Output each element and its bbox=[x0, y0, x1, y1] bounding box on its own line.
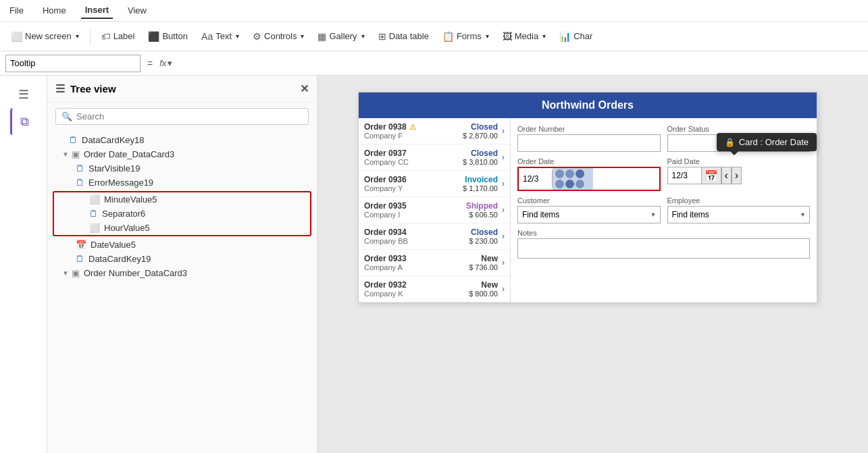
tree-item-starvisible19[interactable]: 🗒 StarVisible19 bbox=[47, 161, 317, 176]
tree-item-ordernumber-datacard3[interactable]: ▼ ▣ Order Number_DataCard3 bbox=[47, 266, 317, 280]
chevron-gallery-icon: ▾ bbox=[361, 32, 365, 40]
order-row-0934[interactable]: Order 0934 Company BB Closed $ 230.00 › bbox=[359, 223, 510, 250]
order-company-0936: Company Y bbox=[364, 184, 463, 192]
tree-item-datacardkey19[interactable]: 🗒 DataCardKey19 bbox=[47, 252, 317, 266]
chevron-text-icon: ▾ bbox=[236, 32, 239, 40]
chevron-media-icon: ▾ bbox=[542, 32, 546, 40]
paid-date-picker-btn[interactable]: 📅 bbox=[701, 167, 721, 184]
sidebar-layers[interactable]: ⧉ bbox=[10, 108, 37, 135]
status-0933: New bbox=[469, 254, 498, 263]
order-row-0935[interactable]: Order 0935 Company I Shipped $ 606.50 › bbox=[359, 197, 510, 223]
tree-panel: ☰ Tree view ✕ 🔍 🗒 DataCardKey18 ▼ ▣ Orde… bbox=[47, 76, 317, 453]
order-row-0932[interactable]: Order 0932 Company K New $ 800.00 › bbox=[359, 276, 510, 302]
search-input[interactable] bbox=[76, 111, 303, 122]
order-date-label: Order Date bbox=[517, 157, 661, 165]
order-date-input[interactable] bbox=[519, 170, 553, 188]
customer-select[interactable]: Find items bbox=[517, 206, 661, 223]
sidebar-hamburger[interactable]: ☰ bbox=[10, 81, 37, 108]
menu-insert[interactable]: Insert bbox=[81, 2, 113, 19]
order-row-0937[interactable]: Order 0937 Company CC Closed $ 3,810.00 … bbox=[359, 144, 510, 171]
order-company-0933: Company A bbox=[364, 263, 469, 271]
canvas-area: Northwind Orders Order 0938 ⚠ Company F bbox=[317, 76, 868, 453]
gallery-icon: ▦ bbox=[317, 31, 326, 42]
tree-item-datevalue5[interactable]: 📅 DateValue5 bbox=[47, 238, 317, 252]
notes-textarea[interactable] bbox=[517, 238, 810, 259]
media-button[interactable]: 🖼 Media ▾ bbox=[497, 28, 551, 45]
customer-label: Customer bbox=[517, 196, 661, 205]
order-company-0932: Company K bbox=[364, 290, 469, 298]
fx-button[interactable]: fx ▾ bbox=[159, 58, 172, 68]
tooltip-card: 🔒 Card : Order Date bbox=[717, 133, 817, 151]
tree-item-separator6[interactable]: 🗒 Separator6 bbox=[54, 207, 310, 221]
controls-button[interactable]: ⚙ Controls ▾ bbox=[247, 28, 309, 45]
paid-date-nav-btn[interactable]: ‹ bbox=[721, 167, 732, 184]
chart-button[interactable]: 📊 Char bbox=[554, 28, 598, 45]
employee-select[interactable]: Find items bbox=[667, 206, 811, 223]
card-icon: 🗒 bbox=[69, 135, 78, 145]
northwind-card: Northwind Orders Order 0938 ⚠ Company F bbox=[358, 92, 817, 303]
paid-date-label: Paid Date bbox=[667, 157, 811, 165]
search-icon: 🔍 bbox=[61, 111, 72, 122]
status-0937: Closed bbox=[463, 149, 498, 158]
amount-0937: $ 3,810.00 bbox=[463, 158, 498, 166]
detail-row-2: Order Date bbox=[517, 157, 810, 191]
paid-date-input[interactable] bbox=[667, 167, 701, 184]
chevron-fx-icon: ▾ bbox=[168, 58, 172, 68]
tree-item-errormessage19[interactable]: 🗒 ErrorMessage19 bbox=[47, 176, 317, 190]
chevron-controls-icon: ▾ bbox=[301, 32, 304, 40]
order-company-0937: Company CC bbox=[364, 158, 463, 166]
order-list: Order 0938 ⚠ Company F Closed $ 2,870.00… bbox=[359, 118, 511, 302]
date-icon: 📅 bbox=[76, 240, 86, 250]
formula-select-input[interactable] bbox=[5, 55, 141, 72]
menu-file[interactable]: File bbox=[5, 3, 28, 18]
menu-bar: File Home Insert View bbox=[0, 0, 868, 22]
equals-sign: = bbox=[145, 58, 155, 69]
northwind-header: Northwind Orders bbox=[359, 92, 817, 118]
northwind-body: Order 0938 ⚠ Company F Closed $ 2,870.00… bbox=[359, 118, 817, 302]
status-0934: Closed bbox=[469, 228, 498, 237]
amount-0935: $ 606.50 bbox=[466, 211, 498, 219]
arrow-icon-0935: › bbox=[502, 205, 505, 215]
close-button[interactable]: ✕ bbox=[300, 82, 309, 95]
employee-select-wrapper: Find items bbox=[667, 206, 811, 223]
label-icon: 🏷 bbox=[101, 31, 111, 42]
gallery-button[interactable]: ▦ Gallery ▾ bbox=[312, 28, 369, 45]
arrow-icon-0938: › bbox=[502, 126, 505, 136]
text-icon: Aa bbox=[201, 31, 213, 42]
label-button[interactable]: 🏷 Label bbox=[96, 28, 141, 45]
tree-item-hourvalue5[interactable]: ⬜ HourValue5 bbox=[54, 221, 310, 235]
star-icon: 🗒 bbox=[76, 163, 84, 174]
button-button[interactable]: ⬛ Button bbox=[143, 28, 193, 45]
card2-icon: 🗒 bbox=[76, 254, 84, 264]
tree-item-orderdate-datacard3[interactable]: ▼ ▣ Order Date_DataCard3 bbox=[47, 147, 317, 161]
order-num-0932: Order 0932 bbox=[364, 280, 469, 290]
tree-header: ☰ Tree view ✕ bbox=[47, 76, 317, 103]
data-table-button[interactable]: ⊞ Data table bbox=[373, 28, 434, 45]
menu-home[interactable]: Home bbox=[39, 3, 70, 18]
order-status-label: Order Status bbox=[667, 125, 811, 133]
order-row-0936[interactable]: Order 0936 Company Y Invoiced $ 1,170.00… bbox=[359, 171, 510, 197]
forms-button[interactable]: 📋 Forms ▾ bbox=[437, 28, 494, 45]
amount-0932: $ 800.00 bbox=[469, 290, 498, 298]
order-num-0936: Order 0936 bbox=[364, 175, 463, 184]
hour-icon: ⬜ bbox=[89, 223, 100, 233]
lock-icon: 🔒 bbox=[725, 138, 735, 147]
order-detail: Order Number Order Status bbox=[511, 118, 817, 302]
amount-0936: $ 1,170.00 bbox=[463, 184, 498, 192]
order-row-0938[interactable]: Order 0938 ⚠ Company F Closed $ 2,870.00… bbox=[359, 118, 510, 144]
tree-item-datacardkey18[interactable]: 🗒 DataCardKey18 bbox=[47, 133, 317, 147]
text-button[interactable]: Aa Text ▾ bbox=[196, 28, 245, 45]
order-num-0938: Order 0938 ⚠ bbox=[364, 122, 463, 132]
arrow-icon-0932: › bbox=[502, 284, 505, 294]
new-screen-button[interactable]: ⬜ New screen ▾ bbox=[5, 28, 84, 45]
customer-select-wrapper: Find items bbox=[517, 206, 661, 223]
search-box: 🔍 bbox=[55, 108, 309, 125]
paid-date-nav-btn2[interactable]: › bbox=[732, 167, 742, 184]
tree-item-minutevalue5[interactable]: ⬜ MinuteValue5 bbox=[54, 192, 310, 207]
order-row-0933[interactable]: Order 0933 Company A New $ 736.00 › bbox=[359, 250, 510, 276]
order-number-input[interactable] bbox=[517, 134, 661, 152]
expand-arrow-icon: ▼ bbox=[62, 151, 69, 158]
menu-view[interactable]: View bbox=[124, 3, 151, 18]
hamburger-icon[interactable]: ☰ bbox=[55, 82, 65, 95]
order-num-0933: Order 0933 bbox=[364, 254, 469, 263]
